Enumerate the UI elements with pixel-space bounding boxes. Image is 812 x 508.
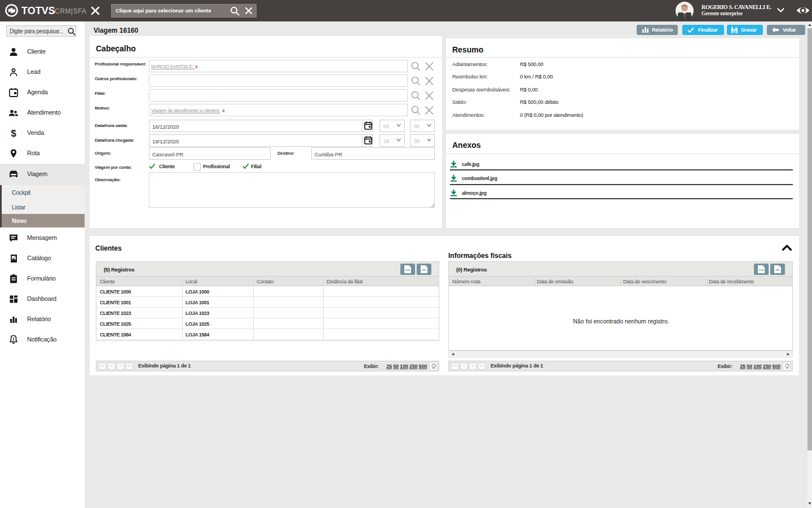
svg-text:csv: csv xyxy=(758,268,764,271)
svg-text:xls: xls xyxy=(775,268,780,271)
svg-text:xls: xls xyxy=(422,268,426,271)
svg-text:csv: csv xyxy=(405,268,411,271)
svg-text:$: $ xyxy=(11,128,16,138)
